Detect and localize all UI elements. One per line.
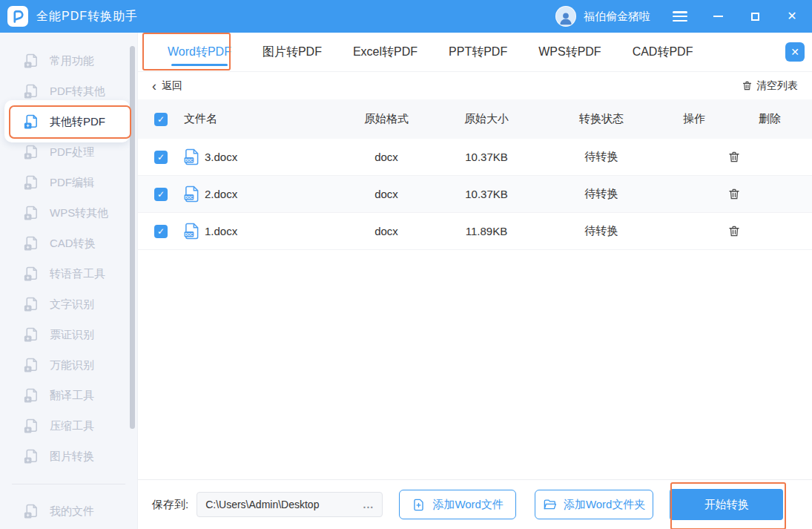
file-status: 待转换 [542,224,661,238]
sidebar-scrollbar[interactable] [130,46,135,429]
tabbar: Word转PDF 图片转PDF Excel转PDF PPT转PDF WPS转PD… [138,33,812,72]
translate-icon [22,387,39,404]
delete-row-button[interactable] [727,187,812,201]
sidebar: 常用功能 PDF转其他 其他转PDF PDF处理 PDF编辑 WPS转其他 CA… [0,33,138,529]
file-size: 11.89KB [431,225,542,237]
panel-close-button[interactable]: ✕ [785,42,805,62]
tab-word-to-pdf[interactable]: Word转PDF [152,33,247,71]
row-checkbox[interactable] [154,225,168,238]
file-status: 待转换 [542,150,661,164]
sidebar-item-my-files[interactable]: 我的文件 [0,496,137,527]
back-button[interactable]: ‹ 返回 [152,79,182,93]
table-row: 3.docx docx 10.37KB 待转换 [138,139,812,176]
sidebar-item-wps-to-other[interactable]: WPS转其他 [0,198,137,229]
sidebar-item-other-to-pdf[interactable]: 其他转PDF [0,107,137,137]
doc-file-icon [184,148,199,165]
file-status: 待转换 [542,187,661,201]
column-delete: 删除 [727,112,812,126]
ocr-text-icon [22,296,39,313]
save-to-label: 保存到: [152,498,188,512]
save-path-value: C:\Users\Admin\Desktop [205,499,357,510]
delete-row-button[interactable] [727,150,812,164]
wps-to-other-icon [22,205,39,222]
file-name: 2.docx [205,188,237,200]
pdf-edit-icon [22,174,39,191]
titlebar: 全能PDF转换助手 福伯偷金猪啦 ✕ [0,0,812,33]
app-title: 全能PDF转换助手 [36,9,138,24]
other-to-pdf-icon [22,114,39,131]
sidebar-item-ocr-ticket[interactable]: 票证识别 [0,320,137,350]
column-filename: 文件名 [182,112,342,126]
empty-area [138,250,812,479]
column-format: 原始格式 [342,112,431,126]
sidebar-item-translate[interactable]: 翻译工具 [0,381,137,411]
pdf-to-other-icon [22,83,39,100]
app-logo-icon [7,6,28,27]
row-checkbox[interactable] [154,188,168,201]
tab-cad-to-pdf[interactable]: CAD转PDF [617,33,709,71]
delete-row-button[interactable] [727,224,812,238]
add-word-folder-button[interactable]: 添加Word文件夹 [535,490,653,519]
sidebar-divider [12,484,125,484]
column-size: 原始大小 [431,112,542,126]
footer-bar: 保存到: C:\Users\Admin\Desktop ... 添加Word文件… [138,479,812,529]
ocr-ticket-icon [22,326,39,344]
tab-image-to-pdf[interactable]: 图片转PDF [247,33,337,71]
doc-file-icon [184,185,199,203]
file-name: 1.docx [205,225,237,237]
browse-button[interactable]: ... [357,499,374,510]
table-header: 文件名 原始格式 原始大小 转换状态 操作 删除 [138,99,812,139]
doc-file-icon [184,223,199,240]
tab-excel-to-pdf[interactable]: Excel转PDF [337,33,433,71]
maximize-icon [751,13,759,21]
common-functions-icon [22,53,39,70]
table-row: 2.docx docx 10.37KB 待转换 [138,176,812,213]
maximize-button[interactable] [748,10,762,23]
close-icon: ✕ [790,46,799,58]
file-format: docx [342,225,431,237]
sidebar-item-image-convert[interactable]: 图片转换 [0,441,137,472]
sidebar-item-pdf-process[interactable]: PDF处理 [0,137,137,168]
sidebar-item-to-speech[interactable]: 转语音工具 [0,259,137,289]
column-operation: 操作 [661,112,727,126]
username[interactable]: 福伯偷金猪啦 [584,10,650,24]
clear-list-button[interactable]: 清空列表 [742,79,798,93]
folder-icon [543,498,557,512]
file-size: 10.37KB [431,188,542,200]
file-plus-icon [412,498,426,512]
to-speech-icon [22,266,39,283]
file-format: docx [342,188,431,200]
tab-wps-to-pdf[interactable]: WPS转PDF [523,33,616,71]
start-convert-button[interactable]: 开始转换 [670,489,783,520]
minimize-button[interactable] [711,10,724,23]
sidebar-item-pdf-edit[interactable]: PDF编辑 [0,168,137,198]
file-size: 10.37KB [431,151,542,163]
sidebar-item-ocr-universal[interactable]: 万能识别 [0,350,137,381]
image-convert-icon [22,448,39,465]
close-button[interactable]: ✕ [785,10,799,23]
sidebar-item-ocr-text[interactable]: 文字识别 [0,289,137,320]
chevron-left-icon: ‹ [152,79,156,93]
tab-ppt-to-pdf[interactable]: PPT转PDF [433,33,523,71]
cad-convert-icon [22,235,39,252]
app-window: 全能PDF转换助手 福伯偷金猪啦 ✕ 常用功能 PDF转其他 其他转PDF PD… [0,0,812,529]
sidebar-item-compress[interactable]: 压缩工具 [0,411,137,441]
add-word-file-button[interactable]: 添加Word文件 [399,490,516,519]
file-format: docx [342,151,431,163]
main-panel: Word转PDF 图片转PDF Excel转PDF PPT转PDF WPS转PD… [138,33,812,529]
close-icon: ✕ [787,10,796,22]
ocr-universal-icon [22,357,39,374]
hamburger-menu-icon[interactable] [673,11,687,22]
sidebar-item-cad-convert[interactable]: CAD转换 [0,229,137,259]
row-checkbox[interactable] [154,151,168,164]
table-row: 1.docx docx 11.89KB 待转换 [138,213,812,250]
my-files-icon [22,503,39,520]
avatar[interactable] [555,6,576,27]
column-status: 转换状态 [542,112,661,126]
save-path-input[interactable]: C:\Users\Admin\Desktop ... [197,492,383,517]
pdf-process-icon [22,144,39,161]
select-all-checkbox[interactable] [154,113,168,126]
list-toolbar: ‹ 返回 清空列表 [138,72,812,99]
sidebar-item-common-functions[interactable]: 常用功能 [0,46,137,76]
trash-icon [742,80,753,91]
